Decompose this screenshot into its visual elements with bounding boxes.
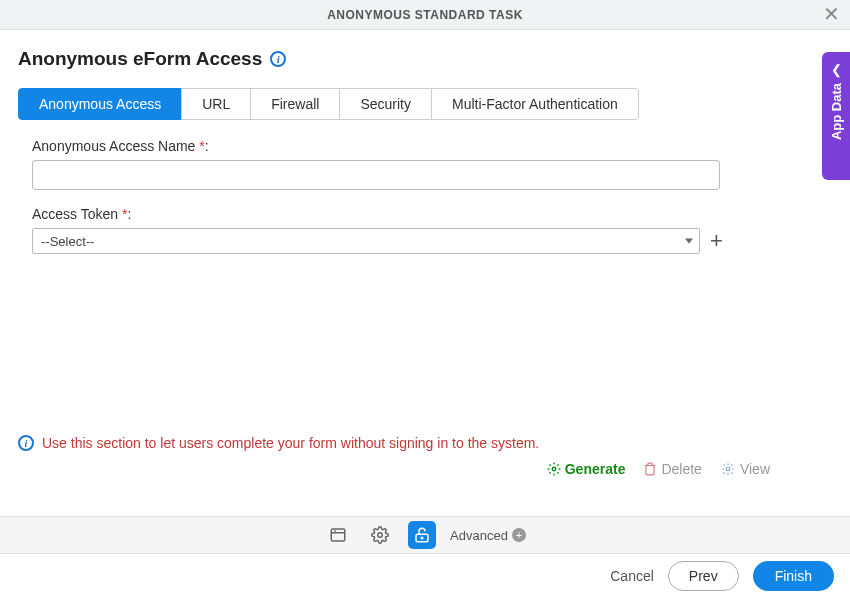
close-icon[interactable]: ✕ [823,4,840,24]
info-message: Use this section to let users complete y… [42,435,539,451]
svg-rect-2 [331,529,345,541]
svg-point-0 [552,467,556,471]
content-area: Anonymous eForm Access i Anonymous Acces… [0,30,850,288]
advanced-link[interactable]: Advanced + [450,528,526,543]
lock-icon[interactable] [408,521,436,549]
required-marker: * [122,206,127,222]
app-data-side-tab[interactable]: ❮ App Data [822,52,850,180]
chevron-left-icon: ❮ [831,62,842,77]
info-row: i Use this section to let users complete… [18,435,539,451]
tab-url[interactable]: URL [181,88,251,120]
svg-point-1 [726,467,730,471]
prev-button[interactable]: Prev [668,561,739,591]
tab-firewall[interactable]: Firewall [250,88,340,120]
tab-security[interactable]: Security [339,88,432,120]
field-access-token: Access Token *: --Select-- + [18,206,748,254]
side-tab-label: App Data [829,83,844,140]
settings-icon[interactable] [366,521,394,549]
bottom-toolbar: Advanced + [0,516,850,554]
actions-row: Generate Delete View [547,461,770,477]
access-token-label: Access Token *: [32,206,748,222]
trash-icon [643,462,657,476]
chevron-down-icon [685,239,693,244]
access-token-select[interactable]: --Select-- [32,228,700,254]
tab-mfa[interactable]: Multi-Factor Authentication [431,88,639,120]
field-anonymous-name: Anonymous Access Name *: [18,138,748,190]
page-title: Anonymous eForm Access [18,48,262,70]
gear-icon [547,462,561,476]
add-token-icon[interactable]: + [710,230,723,252]
eye-icon [720,462,736,476]
tab-anonymous-access[interactable]: Anonymous Access [18,88,182,120]
footer-buttons: Cancel Prev Finish [610,561,834,591]
plus-circle-icon: + [512,528,526,542]
required-marker: * [199,138,204,154]
finish-button[interactable]: Finish [753,561,834,591]
anonymous-name-label: Anonymous Access Name *: [32,138,748,154]
window-icon[interactable] [324,521,352,549]
tabs: Anonymous Access URL Firewall Security M… [18,88,832,120]
select-row: --Select-- + [32,228,748,254]
delete-button[interactable]: Delete [643,461,701,477]
view-button[interactable]: View [720,461,770,477]
info-icon[interactable]: i [270,51,286,67]
svg-point-7 [421,537,423,539]
anonymous-name-input[interactable] [32,160,720,190]
cancel-button[interactable]: Cancel [610,568,654,584]
page-title-row: Anonymous eForm Access i [18,48,832,70]
svg-point-5 [378,533,383,538]
header-title: ANONYMOUS STANDARD TASK [327,8,523,22]
info-icon: i [18,435,34,451]
header-bar: ANONYMOUS STANDARD TASK ✕ [0,0,850,30]
generate-button[interactable]: Generate [547,461,626,477]
